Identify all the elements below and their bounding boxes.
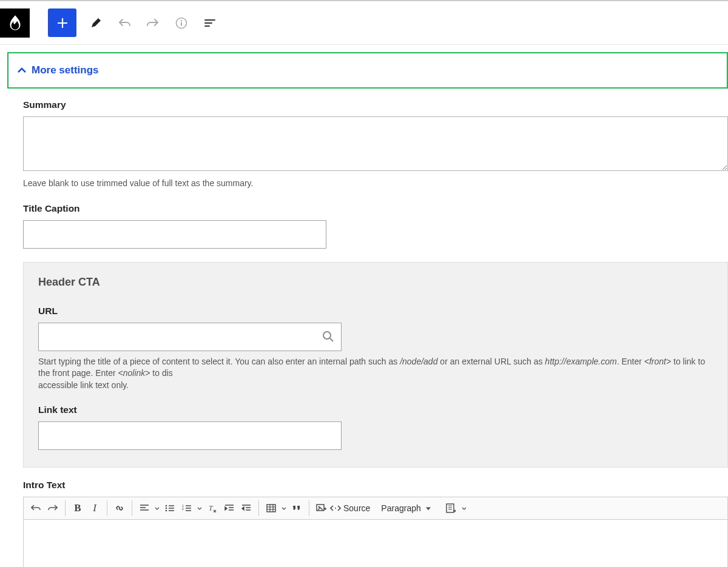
- title-caption-input[interactable]: [23, 220, 326, 249]
- svg-point-1: [180, 19, 181, 21]
- intro-text-label: Intro Text: [23, 480, 728, 491]
- svg-point-12: [318, 506, 320, 508]
- info-button[interactable]: [167, 8, 195, 37]
- edit-button[interactable]: [81, 8, 110, 37]
- svg-text:2: 2: [182, 507, 184, 511]
- redo-button[interactable]: [138, 8, 167, 37]
- editor-redo-button[interactable]: [44, 500, 61, 517]
- svg-point-4: [166, 505, 167, 507]
- more-settings-panel[interactable]: More settings: [7, 52, 728, 89]
- url-input[interactable]: [38, 323, 342, 351]
- svg-rect-2: [181, 22, 182, 25]
- chevron-up-icon: [17, 67, 27, 73]
- intro-text-editor[interactable]: [23, 520, 728, 567]
- menu-button[interactable]: [195, 8, 224, 37]
- bullet-list-button[interactable]: [161, 500, 178, 517]
- italic-button[interactable]: I: [86, 500, 103, 517]
- source-button[interactable]: Source: [330, 500, 370, 517]
- title-caption-label: Title Caption: [23, 203, 728, 214]
- svg-text:T: T: [209, 504, 214, 512]
- paragraph-select[interactable]: Paragraph: [377, 501, 434, 515]
- blockquote-button[interactable]: [288, 500, 305, 517]
- summary-input[interactable]: [23, 116, 728, 171]
- svg-rect-14: [447, 504, 454, 512]
- numbered-list-button[interactable]: 12: [178, 500, 195, 517]
- svg-point-5: [166, 508, 167, 509]
- drupal-logo[interactable]: [0, 8, 30, 38]
- svg-rect-10: [267, 505, 275, 512]
- more-settings-toggle[interactable]: More settings: [17, 64, 718, 76]
- table-dropdown-icon[interactable]: [280, 500, 288, 517]
- show-blocks-button[interactable]: [443, 500, 460, 517]
- link-button[interactable]: [111, 500, 128, 517]
- url-help: Start typing the title of a piece of con…: [38, 356, 713, 392]
- link-text-label: Link text: [38, 404, 713, 415]
- more-settings-label: More settings: [32, 64, 99, 76]
- summary-label: Summary: [23, 99, 728, 110]
- list-dropdown-icon[interactable]: [195, 500, 204, 517]
- svg-point-6: [166, 510, 167, 512]
- link-text-input[interactable]: [38, 421, 342, 450]
- svg-point-13: [335, 508, 336, 509]
- main-toolbar: [0, 1, 728, 45]
- undo-button[interactable]: [110, 8, 138, 37]
- outdent-button[interactable]: [238, 500, 255, 517]
- bold-button[interactable]: B: [69, 500, 86, 517]
- add-button[interactable]: [48, 8, 76, 37]
- editor-toolbar: B I 12 T Source Para: [23, 497, 728, 520]
- summary-help: Leave blank to use trimmed value of full…: [23, 178, 728, 190]
- header-cta-group: Header CTA URL Start typing the title of…: [23, 262, 728, 468]
- indent-button[interactable]: [221, 500, 238, 517]
- url-label: URL: [38, 306, 713, 317]
- show-blocks-dropdown-icon[interactable]: [460, 500, 468, 517]
- header-cta-title: Header CTA: [38, 276, 713, 289]
- align-button[interactable]: [136, 500, 153, 517]
- source-label: Source: [343, 503, 370, 513]
- table-button[interactable]: [263, 500, 280, 517]
- media-button[interactable]: [313, 500, 330, 517]
- clear-format-button[interactable]: T: [204, 500, 221, 517]
- align-dropdown-icon[interactable]: [153, 500, 161, 517]
- editor-undo-button[interactable]: [27, 500, 44, 517]
